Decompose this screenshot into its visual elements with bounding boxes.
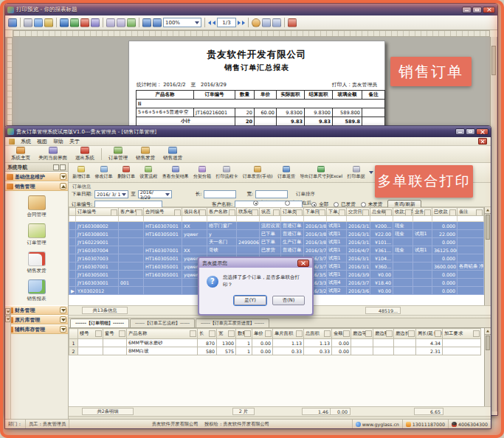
order-row[interactable]: JY160307004HT160307001XX哥铁已发货普通订单2016/3/… [69, 246, 484, 254]
sidebar-item-order-mgmt[interactable]: 订单管理 [5, 223, 68, 246]
column-header[interactable]: 下单日期 [304, 208, 327, 216]
sidebar-group-basic-info[interactable]: 基础信息维护 [5, 172, 68, 181]
column-header[interactable]: 收款方式 [393, 208, 413, 216]
edit-order-button[interactable]: 修改订单 [92, 164, 114, 181]
sidebar-item-sales-ship[interactable]: 销售发货 [5, 251, 68, 274]
column-header[interactable]: 订单编号 [194, 91, 235, 100]
tab-process-flow[interactable]: ------【订单工艺流程】------ [130, 319, 195, 327]
page-width-icon[interactable] [127, 18, 136, 27]
export-excel-button[interactable]: 导出订单尺寸到Excel [297, 164, 345, 181]
column-header[interactable]: 周长(延长米) [416, 329, 443, 339]
manual-ship-button[interactable]: 订单发货(手动) [241, 164, 275, 181]
rack-box-button[interactable]: 分架分箱 [191, 164, 213, 181]
column-header[interactable]: 交货日期 [347, 208, 370, 216]
minimize-icon[interactable] [455, 128, 465, 135]
close-icon[interactable] [483, 7, 495, 13]
status-unshipped-radio[interactable] [361, 202, 366, 207]
column-header[interactable]: 结算面积 [305, 91, 333, 100]
chevron-down-icon[interactable] [60, 173, 66, 180]
date-to-select[interactable]: 2016/ 3/29 [138, 190, 172, 198]
filter-cell[interactable] [207, 216, 237, 222]
page-multi-icon[interactable] [117, 18, 125, 27]
filter-cell[interactable] [347, 216, 370, 222]
chevron-down-icon[interactable] [60, 326, 66, 333]
width-input[interactable] [255, 190, 288, 198]
last-page-icon[interactable] [242, 21, 245, 25]
delete-order-button[interactable]: 删除订单 [115, 164, 137, 181]
sidebar-group-finance[interactable]: 财务管理 [5, 305, 68, 315]
html-icon[interactable] [91, 18, 100, 27]
close-icon[interactable] [297, 260, 309, 267]
zoom-in-icon[interactable] [142, 18, 151, 27]
menu-help[interactable]: 帮助 [53, 138, 63, 145]
view-rack-result-button[interactable]: 查看分架结果 [160, 164, 191, 181]
page-indicator[interactable]: 1/3 [217, 18, 236, 27]
toolbar-sales-return-button[interactable]: 销售退货 [159, 147, 186, 161]
menu-about[interactable]: 关于 [69, 138, 80, 145]
settings-icon[interactable] [44, 18, 53, 27]
column-header[interactable]: 项目名称 [182, 208, 207, 216]
sort-newest-first-radio[interactable] [253, 201, 258, 206]
toolbar-order-mgmt-button[interactable]: 订单管理 [105, 147, 131, 161]
filter-cell[interactable] [281, 216, 304, 222]
mdi-close-icon[interactable] [478, 138, 487, 145]
column-header[interactable]: 业务员 [413, 208, 432, 216]
preview-titlebar[interactable]: 打印预览 - 你的报表标题 [5, 4, 497, 15]
column-header[interactable]: 实际面积 [277, 91, 305, 100]
column-header[interactable]: 窗号 [103, 329, 127, 339]
filter-cell[interactable] [119, 216, 144, 222]
sidebar-group-material-store[interactable]: 辅料库存管理 [5, 324, 68, 334]
column-header[interactable]: 加工要求 [443, 329, 481, 339]
column-header[interactable]: 已收款 [432, 208, 458, 216]
order-row[interactable]: JY160229001天一名门2499006已下单生产订单2016/3/8试用1… [69, 238, 484, 246]
column-header[interactable]: 金额 [332, 329, 351, 339]
detail-scrollbar[interactable] [484, 328, 491, 406]
column-header[interactable]: 状态 [260, 208, 281, 216]
next-page-icon[interactable] [238, 21, 241, 25]
column-header[interactable]: 合同编号 [144, 208, 182, 216]
copy-icon[interactable] [272, 18, 281, 27]
filter-cell[interactable] [304, 216, 327, 222]
column-header[interactable]: 备注 [458, 208, 484, 216]
column-header[interactable]: 订单编号 [76, 208, 119, 216]
orders-scrollbar[interactable] [484, 207, 491, 305]
filter-cell[interactable] [458, 216, 484, 222]
toolbar-sales-ship-button[interactable]: 销售发货 [132, 147, 159, 161]
menu-view[interactable]: 视图 [37, 138, 47, 145]
pdf-icon[interactable] [80, 18, 89, 27]
filter-cell[interactable] [76, 216, 119, 222]
chevron-down-icon[interactable] [60, 316, 66, 323]
filter-cell[interactable] [144, 216, 182, 222]
column-header[interactable]: 宽 [217, 329, 236, 339]
status-all-radio[interactable] [311, 202, 317, 207]
tab-order-detail[interactable]: ------【订单明细】------ [70, 319, 129, 327]
sidebar-item-sales-report[interactable]: 销售报表 [5, 279, 68, 302]
report-data-row[interactable]: 5+6+5+6+5普通中空JT1602160012060.009.83009.8… [137, 108, 385, 117]
order-return-button[interactable]: 订单退货 [275, 164, 297, 181]
word-icon[interactable] [60, 18, 69, 27]
menu-system[interactable]: 系统 [21, 138, 31, 145]
column-header[interactable]: 单价 [252, 329, 273, 339]
column-header[interactable]: 单价 [255, 91, 277, 100]
dialog-titlebar[interactable]: 贵友提示您 [199, 258, 312, 268]
column-header[interactable]: 客户名称 [207, 208, 237, 216]
toolbar-exit-button[interactable]: 退出系统 [72, 147, 98, 161]
column-header[interactable] [69, 208, 76, 216]
chevron-down-icon[interactable] [60, 307, 66, 313]
column-header[interactable]: 客户单号 [119, 208, 144, 216]
toolbar-overflow-icon[interactable] [369, 171, 373, 174]
export-icon[interactable] [34, 18, 43, 27]
filter-cell[interactable] [413, 216, 432, 222]
zoom-select[interactable]: 100% [163, 18, 201, 27]
column-header[interactable]: 总面积 [304, 329, 332, 339]
sidebar-group-sales-mgmt[interactable]: 销售管理 [5, 181, 68, 191]
column-header[interactable] [69, 329, 78, 339]
minimize-icon[interactable] [462, 7, 472, 13]
column-header[interactable]: 磨边等级 [351, 329, 373, 339]
sort-newest-last-radio[interactable] [285, 201, 290, 206]
print-process-card-button[interactable]: 打印流程卡 [213, 164, 240, 181]
print-document-button[interactable]: 打印单据 [345, 164, 367, 181]
status-website[interactable]: www.gyglass.cn [353, 420, 403, 428]
filter-cell[interactable] [260, 216, 281, 222]
sidebar-scrollbar[interactable] [5, 307, 11, 419]
